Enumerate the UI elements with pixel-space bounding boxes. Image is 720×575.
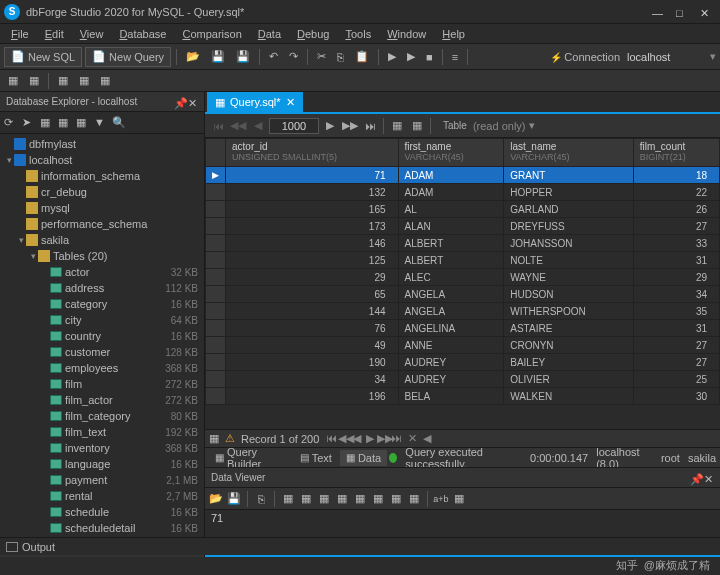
- tree-node-film-category[interactable]: film_category80 KB: [0, 408, 204, 424]
- action-icon[interactable]: ▦: [58, 116, 72, 130]
- action-icon[interactable]: ▦: [76, 116, 90, 130]
- funnel-icon[interactable]: ▼: [94, 116, 108, 130]
- tree-node-film[interactable]: film272 KB: [0, 376, 204, 392]
- new-query-button[interactable]: 📄 New Query: [85, 47, 171, 67]
- last-page-icon[interactable]: ⏭: [361, 117, 379, 135]
- filter-icon[interactable]: ▦: [40, 116, 54, 130]
- table-row[interactable]: 65ANGELAHUDSON34: [206, 286, 720, 303]
- copy-icon[interactable]: ⎘: [333, 47, 348, 67]
- close-nav-icon[interactable]: ✕: [408, 432, 417, 445]
- tab-data[interactable]: ▦ Data: [340, 450, 387, 466]
- page-size-input[interactable]: [269, 118, 319, 134]
- tree-node-employees[interactable]: employees368 KB: [0, 360, 204, 376]
- tree-node-cr-debug[interactable]: cr_debug: [0, 184, 204, 200]
- copy-icon[interactable]: ⎘: [254, 492, 268, 506]
- execute-step-icon[interactable]: ▶: [403, 47, 419, 67]
- next-icon[interactable]: ▶: [321, 117, 339, 135]
- tree-node-performance-schema[interactable]: performance_schema: [0, 216, 204, 232]
- tool-icon[interactable]: ▦: [54, 71, 72, 91]
- open-icon[interactable]: 📂: [182, 47, 204, 67]
- menu-view[interactable]: View: [73, 26, 111, 42]
- maximize-button[interactable]: □: [676, 7, 686, 17]
- column-header-actor_id[interactable]: actor_idUNSIGNED SMALLINT(5): [226, 139, 399, 167]
- menu-debug[interactable]: Debug: [290, 26, 336, 42]
- tool-icon[interactable]: ▦: [75, 71, 93, 91]
- tree-node-address[interactable]: address112 KB: [0, 280, 204, 296]
- tree-node-film-actor[interactable]: film_actor272 KB: [0, 392, 204, 408]
- tree-node-city[interactable]: city64 KB: [0, 312, 204, 328]
- menu-file[interactable]: File: [4, 26, 36, 42]
- table-row[interactable]: 34AUDREYOLIVIER25: [206, 371, 720, 388]
- tree-node-actor[interactable]: actor32 KB: [0, 264, 204, 280]
- tree-node-localhost[interactable]: ▾localhost: [0, 152, 204, 168]
- minimize-button[interactable]: —: [652, 7, 662, 17]
- tree-node-language[interactable]: language16 KB: [0, 456, 204, 472]
- menu-tools[interactable]: Tools: [338, 26, 378, 42]
- card-view-icon[interactable]: ▦: [408, 117, 426, 135]
- tree-node-information-schema[interactable]: information_schema: [0, 168, 204, 184]
- cut-icon[interactable]: ✂: [313, 47, 330, 67]
- table-row[interactable]: 125ALBERTNOLTE31: [206, 252, 720, 269]
- view-icon[interactable]: ▦: [299, 492, 313, 506]
- redo-icon[interactable]: ↷: [285, 47, 302, 67]
- refresh-icon[interactable]: ⟳: [4, 116, 18, 130]
- tree-node-tables-20-[interactable]: ▾Tables (20): [0, 248, 204, 264]
- format-icon[interactable]: a+b: [434, 492, 448, 506]
- output-panel-tab[interactable]: Output: [0, 537, 720, 555]
- view-icon[interactable]: ▦: [317, 492, 331, 506]
- open-icon[interactable]: 📂: [209, 492, 223, 506]
- menu-database[interactable]: Database: [112, 26, 173, 42]
- table-row[interactable]: 76ANGELINAASTAIRE31: [206, 320, 720, 337]
- tree-node-inventory[interactable]: inventory368 KB: [0, 440, 204, 456]
- tree-node-rental[interactable]: rental2,7 MB: [0, 488, 204, 504]
- table-row[interactable]: 132ADAMHOPPER22: [206, 184, 720, 201]
- table-row[interactable]: 173ALANDREYFUSS27: [206, 218, 720, 235]
- execute-icon[interactable]: ▶: [384, 47, 400, 67]
- next-page-icon[interactable]: ▶▶: [341, 117, 359, 135]
- save-icon[interactable]: 💾: [227, 492, 241, 506]
- tree-node-scheduledetail[interactable]: scheduledetail16 KB: [0, 520, 204, 536]
- view-icon[interactable]: ▦: [407, 492, 421, 506]
- view-icon[interactable]: ▦: [353, 492, 367, 506]
- tree-node-film-text[interactable]: film_text192 KB: [0, 424, 204, 440]
- tree-node-category[interactable]: category16 KB: [0, 296, 204, 312]
- nav-icon[interactable]: ➤: [22, 116, 36, 130]
- new-sql-button[interactable]: 📄 New SQL: [4, 47, 82, 67]
- menu-help[interactable]: Help: [435, 26, 472, 42]
- close-icon[interactable]: ✕: [704, 473, 714, 483]
- table-row[interactable]: 144ANGELAWITHERSPOON35: [206, 303, 720, 320]
- tree-node-customer[interactable]: customer128 KB: [0, 344, 204, 360]
- menu-comparison[interactable]: Comparison: [175, 26, 248, 42]
- column-header-film_count[interactable]: film_countBIGINT(21): [633, 139, 719, 167]
- table-row[interactable]: 49ANNECRONYN27: [206, 337, 720, 354]
- save-all-icon[interactable]: 💾: [232, 47, 254, 67]
- view-icon[interactable]: ▦: [335, 492, 349, 506]
- tab-text[interactable]: ▤ Text: [294, 450, 338, 466]
- tree-node-dbfmylast[interactable]: dbfmylast: [0, 136, 204, 152]
- tool-icon[interactable]: ▦: [4, 71, 22, 91]
- editor-tab[interactable]: ▦ Query.sql* ✕: [207, 92, 303, 112]
- first-page-icon[interactable]: ⏮: [209, 117, 227, 135]
- search-icon[interactable]: 🔍: [112, 116, 126, 130]
- grid-view-icon[interactable]: ▦: [388, 117, 406, 135]
- tree-node-payment[interactable]: payment2,1 MB: [0, 472, 204, 488]
- tree-node-schedule[interactable]: schedule16 KB: [0, 504, 204, 520]
- view-icon[interactable]: ▦: [281, 492, 295, 506]
- table-row[interactable]: 190AUDREYBAILEY27: [206, 354, 720, 371]
- menu-data[interactable]: Data: [251, 26, 288, 42]
- tab-close-icon[interactable]: ✕: [286, 96, 295, 109]
- undo-icon[interactable]: ↶: [265, 47, 282, 67]
- close-button[interactable]: ✕: [700, 7, 710, 17]
- pin-icon[interactable]: 📌: [690, 473, 700, 483]
- tree-node-country[interactable]: country16 KB: [0, 328, 204, 344]
- view-icon[interactable]: ▦: [389, 492, 403, 506]
- view-icon[interactable]: ▦: [371, 492, 385, 506]
- save-icon[interactable]: 💾: [207, 47, 229, 67]
- menu-edit[interactable]: Edit: [38, 26, 71, 42]
- results-grid[interactable]: actor_idUNSIGNED SMALLINT(5)first_nameVA…: [205, 138, 720, 429]
- pin-icon[interactable]: 📌: [174, 97, 184, 107]
- table-row[interactable]: 165ALGARLAND26: [206, 201, 720, 218]
- wrap-icon[interactable]: ▦: [452, 492, 466, 506]
- menu-window[interactable]: Window: [380, 26, 433, 42]
- stop-icon[interactable]: ■: [422, 47, 437, 67]
